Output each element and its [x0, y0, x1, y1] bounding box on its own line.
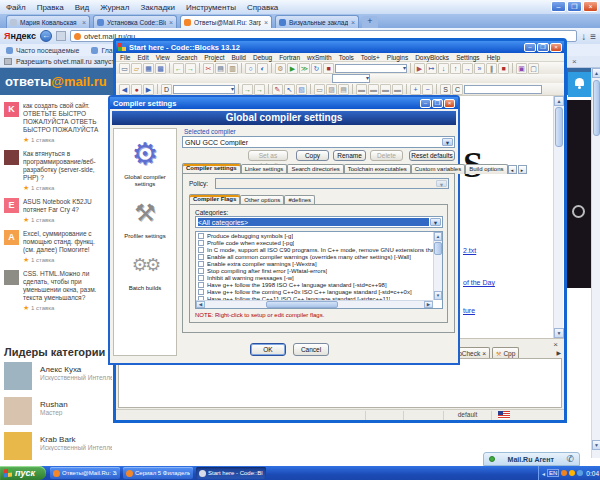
flags-vscrollbar[interactable]: ▲ ▼	[433, 232, 442, 300]
cb-menu-item[interactable]: Search	[177, 54, 198, 61]
save-all-icon[interactable]: ▩	[155, 63, 166, 74]
dialog-sidebar-item[interactable]: ⚙⚙Batch builds	[114, 240, 176, 292]
flag-checkbox[interactable]	[198, 275, 204, 281]
phone-icon[interactable]: ✆	[566, 454, 574, 464]
cb-menu-item[interactable]: Debug	[253, 54, 272, 61]
download-icon[interactable]: ↓	[581, 31, 586, 42]
flag-checkbox[interactable]	[198, 240, 204, 246]
cb-menu-item[interactable]: Fortran	[279, 54, 300, 61]
cb-menu-item[interactable]: Tools+	[361, 54, 380, 61]
debug-continue-icon[interactable]: ▶	[414, 63, 425, 74]
cb-menu-item[interactable]: Edit	[137, 54, 148, 61]
step-out-icon[interactable]: ↑	[450, 63, 461, 74]
notification-bell-badge[interactable]	[568, 72, 591, 97]
dialog-sidebar-item[interactable]: ⚙Global compiler settings	[114, 129, 176, 188]
mailru-agent-bar[interactable]: Mail.Ru Агент ✆	[483, 452, 580, 466]
language-indicator[interactable]: EN	[547, 469, 559, 477]
save-icon[interactable]: ▦	[143, 63, 154, 74]
question-item[interactable]: Как втянуться в программирование/веб-раз…	[0, 146, 112, 194]
compiler-flag-row[interactable]: Produce debugging symbols [-g]	[196, 232, 442, 239]
logs-close-icon[interactable]: ×	[553, 340, 558, 349]
toolbar-search-input[interactable]	[464, 85, 542, 94]
stop-debugger-icon[interactable]: ■	[498, 63, 509, 74]
ad-banner[interactable]	[567, 100, 591, 288]
taskbar-task[interactable]: Start here - Code::Bl...	[196, 467, 266, 479]
compiler-flags-list[interactable]: Produce debugging symbols [-g]Profile co…	[195, 231, 443, 309]
dialog-maximize-button[interactable]: ❐	[432, 99, 443, 108]
flags-hscroll-thumb[interactable]	[266, 301, 338, 308]
editor-scroll-down-icon[interactable]: ▼	[554, 328, 564, 338]
toolbar-combo[interactable]	[335, 64, 407, 73]
cb-menu-item[interactable]: Build	[232, 54, 246, 61]
fortran-d-icon[interactable]: D	[161, 84, 172, 95]
leader-item[interactable]: RushanМастер	[4, 397, 112, 425]
cb-minimize-button[interactable]: –	[524, 43, 536, 52]
picture-tool-icon[interactable]: ▨	[326, 84, 337, 95]
policy-select[interactable]: ▼	[215, 178, 449, 189]
flag-checkbox[interactable]	[198, 268, 204, 274]
align-justify-icon[interactable]: ▬	[392, 84, 403, 95]
align-left-icon[interactable]: ▬	[356, 84, 367, 95]
goto-next-changed-icon[interactable]: →	[254, 84, 265, 95]
compiler-flag-row[interactable]: Enable all common compiler warnings (ove…	[196, 253, 442, 260]
new-file-icon[interactable]: ▭	[119, 63, 130, 74]
cb-menu-item[interactable]: Plugins	[387, 54, 408, 61]
compiler-flag-row[interactable]: Stop compiling after first error [-Wfata…	[196, 267, 442, 274]
wxsmith-palette-icon[interactable]: ▧	[296, 84, 307, 95]
compiler-select-arrow-icon[interactable]: ▼	[442, 138, 453, 146]
toolbar-combo[interactable]	[173, 85, 235, 94]
flags-scroll-left-icon[interactable]: ◀	[196, 301, 205, 308]
browser-tab[interactable]: Установка Code::Blocks с MI...×	[93, 15, 177, 28]
find-icon[interactable]: ○	[245, 63, 256, 74]
categories-select[interactable]: <All categories> ▼	[195, 216, 443, 228]
dialog-sidebar-item[interactable]: ⚒Profiler settings	[114, 188, 176, 240]
align-right-icon[interactable]: ▬	[380, 84, 391, 95]
flags-hscrollbar[interactable]: ◀ ▶	[196, 300, 433, 308]
categories-select-arrow-icon[interactable]: ▼	[430, 218, 441, 226]
notification-close-icon[interactable]: ×	[572, 57, 577, 66]
compiler-flag-row[interactable]: Have g++ follow the coming C++0x ISO C++…	[196, 288, 442, 295]
goto-prev-changed-icon[interactable]: →	[242, 84, 253, 95]
jump-forward-icon[interactable]: ▶	[143, 84, 154, 95]
flag-checkbox[interactable]	[198, 247, 204, 253]
bookmark-item[interactable]: Часто посещаемые	[6, 47, 79, 54]
start-button[interactable]: пуск	[0, 466, 46, 480]
flag-checkbox[interactable]	[198, 261, 204, 267]
tab-close-icon[interactable]: ×	[264, 19, 268, 26]
tray-firefox-icon[interactable]	[561, 470, 567, 476]
cb-close-button[interactable]: ×	[550, 43, 562, 52]
next-instruction-icon[interactable]: »	[474, 63, 485, 74]
tray-chevron-icon[interactable]: ◂	[542, 470, 545, 477]
redo-icon[interactable]: →	[185, 63, 196, 74]
jump-back-icon[interactable]: ◀	[119, 84, 130, 95]
tab-close-icon[interactable]: ×	[169, 19, 173, 26]
browser-tab[interactable]: Мария Ковальская×	[6, 15, 90, 28]
zoom-out-icon[interactable]: −	[422, 84, 433, 95]
cancel-button[interactable]: Cancel	[293, 343, 329, 356]
browser-menu-item[interactable]: Справка	[247, 3, 278, 12]
browser-restore-button[interactable]: ❐	[567, 1, 582, 12]
run-to-cursor-icon[interactable]: →	[462, 63, 473, 74]
cb-maximize-button[interactable]: ❐	[537, 43, 549, 52]
page-scrollbar[interactable]: ▲ ▼	[591, 68, 600, 458]
cb-menu-item[interactable]: wxSmith	[307, 54, 332, 61]
tab-scroll-right-icon[interactable]: ▸	[518, 165, 527, 174]
yandex-button[interactable]: Яндекс	[4, 31, 36, 41]
dialog-minimize-button[interactable]: –	[420, 99, 431, 108]
browser-menu-item[interactable]: Журнал	[100, 3, 129, 12]
back-icon[interactable]: ←	[40, 30, 52, 42]
flag-checkbox[interactable]	[198, 282, 204, 288]
question-item[interactable]: Kкак создать свой сайт. ОТВЕТЬТЕ БЫСТРО …	[0, 98, 112, 146]
cb-menu-item[interactable]: DoxyBlocks	[415, 54, 449, 61]
editor-scroll-up-icon[interactable]: ▲	[554, 96, 564, 106]
copy-button[interactable]: Copy	[296, 150, 329, 161]
browser-menu-item[interactable]: Вид	[75, 3, 89, 12]
debug-window-icon[interactable]: ▣	[516, 63, 527, 74]
flags-vscroll-thumb[interactable]	[434, 242, 442, 255]
startpage-link[interactable]: ture	[463, 307, 475, 314]
symbol-s-icon[interactable]: S	[440, 84, 451, 95]
tray-update-icon[interactable]	[577, 470, 583, 476]
text-tool-icon[interactable]: ▤	[338, 84, 349, 95]
run-icon[interactable]: ▶	[287, 63, 298, 74]
browser-menu-item[interactable]: Правка	[37, 3, 64, 12]
